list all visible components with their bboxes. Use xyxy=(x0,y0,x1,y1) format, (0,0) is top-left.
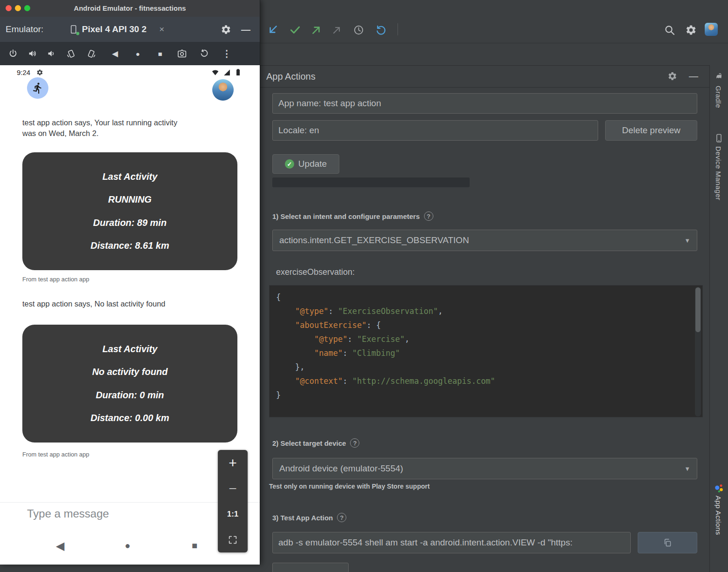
emulator-window: Android Emulator - fitnessactions Emulat… xyxy=(0,0,260,565)
zoom-overlay: + − 1:1 xyxy=(218,450,248,552)
assistant-message-1: test app action says, Your last running … xyxy=(22,117,222,139)
gradle-icon[interactable] xyxy=(713,71,724,82)
activity-card-running: Last Activity RUNNING Duration: 89 min D… xyxy=(22,152,237,270)
power-icon[interactable] xyxy=(7,48,19,60)
wifi-icon xyxy=(211,68,219,76)
history-icon[interactable] xyxy=(352,23,365,36)
status-time: 9:24 xyxy=(17,68,30,76)
activity-card-none: Last Activity No activity found Duration… xyxy=(22,325,237,443)
panel-minimize-icon[interactable]: — xyxy=(688,70,699,82)
zoom-out-button[interactable]: − xyxy=(218,476,248,501)
section-1-help-icon[interactable]: ? xyxy=(424,211,433,221)
locale-value: Locale: en xyxy=(278,125,319,136)
section-3-label: 3) Test App Action ? xyxy=(272,512,346,523)
emulator-label: Emulator: xyxy=(6,17,43,42)
device-manager-icon[interactable] xyxy=(713,132,724,143)
section-2-label: 2) Select target device ? xyxy=(272,437,359,449)
card-distance: Distance: 8.61 km xyxy=(22,240,237,251)
delete-preview-button[interactable]: Delete preview xyxy=(605,120,697,141)
intent-parameter-editor[interactable]: { "@type": "ExerciseObservation", "about… xyxy=(269,285,703,417)
nav-home-icon[interactable]: ● xyxy=(125,540,130,551)
emulator-tab-bar: Emulator: Pixel 4 API 30 2 × — xyxy=(0,17,260,42)
more-options-icon[interactable]: ⋮ xyxy=(221,48,233,60)
section-2-help-icon[interactable]: ? xyxy=(350,438,359,448)
volume-up-icon[interactable] xyxy=(27,48,39,60)
card-title: Last Activity xyxy=(22,344,237,354)
target-device-select[interactable]: Android device (emulator-5554) ▼ xyxy=(272,458,697,479)
card-duration: Duration: 0 min xyxy=(22,390,237,401)
tool-strip-app-actions[interactable]: App Actions xyxy=(715,496,722,535)
zoom-reset-button[interactable]: 1:1 xyxy=(218,501,248,527)
nav-overview-icon[interactable]: ■ xyxy=(192,540,197,551)
locale-field[interactable]: Locale: en xyxy=(272,120,598,141)
editor-scrollbar[interactable] xyxy=(695,287,701,416)
card-duration: Duration: 89 min xyxy=(22,218,237,228)
app-actions-assistant-icon[interactable] xyxy=(713,483,724,494)
update-project-icon[interactable] xyxy=(266,23,279,36)
section-1-label: 1) Select an intent and configure parame… xyxy=(272,211,433,222)
status-gear-icon xyxy=(35,68,44,76)
copy-icon xyxy=(662,538,673,548)
running-activity-icon xyxy=(27,77,48,99)
message-1-line-1: test app action says, Your last running … xyxy=(22,117,222,128)
device-value: Android device (emulator-5554) xyxy=(279,463,403,474)
signal-icon xyxy=(222,68,231,76)
emulator-controls: ◀ ● ■ ⋮ xyxy=(0,42,260,65)
app-name-value: App name: test app action xyxy=(278,98,381,109)
panel-title: App Actions xyxy=(266,66,316,87)
delete-preview-label: Delete preview xyxy=(622,125,681,136)
intent-value: actions.intent.GET_EXERCISE_OBSERVATION xyxy=(279,235,469,245)
card-distance: Distance: 0.00 km xyxy=(22,413,237,423)
emulator-minimize-icon[interactable]: — xyxy=(241,17,250,42)
copy-command-button[interactable] xyxy=(638,532,697,553)
rotate-left-icon[interactable] xyxy=(65,48,77,60)
nav-back-icon[interactable]: ◀ xyxy=(56,539,64,552)
adb-command-field[interactable]: adb -s emulator-5554 shell am start -a a… xyxy=(272,532,631,553)
zoom-in-button[interactable]: + xyxy=(218,450,248,476)
json-code: { "@type": "ExerciseObservation", "about… xyxy=(276,290,495,402)
tool-strip-device-manager[interactable]: Device Manager xyxy=(715,146,722,200)
emulator-titlebar: Android Emulator - fitnessactions xyxy=(0,0,260,17)
update-check-icon: ✓ xyxy=(285,159,294,169)
intent-select[interactable]: actions.intent.GET_EXERCISE_OBSERVATION … xyxy=(272,230,697,251)
panel-settings-gear-icon[interactable] xyxy=(667,70,678,82)
message-input[interactable] xyxy=(26,507,186,521)
search-icon[interactable] xyxy=(663,23,676,36)
update-button[interactable]: ✓ Update xyxy=(272,154,339,174)
run-check-icon[interactable] xyxy=(289,23,302,36)
settings-gear-icon[interactable] xyxy=(684,23,697,36)
attach-debugger-icon[interactable] xyxy=(330,23,344,36)
toolbar-separator xyxy=(398,23,398,35)
app-actions-panel-header: App Actions xyxy=(259,65,709,88)
snapshot-icon[interactable] xyxy=(198,48,210,60)
rerun-icon[interactable] xyxy=(374,23,387,36)
device-tab[interactable]: Pixel 4 API 30 2 xyxy=(82,17,147,42)
assistant-message-2: test app action says, No last activity f… xyxy=(22,299,222,309)
editor-scrollbar-thumb[interactable] xyxy=(695,287,701,332)
studio-main-toolbar xyxy=(259,0,728,43)
camera-icon[interactable] xyxy=(176,48,188,60)
compose-field[interactable] xyxy=(26,507,184,527)
card-status: No activity found xyxy=(22,367,237,377)
chevron-down-icon: ▼ xyxy=(684,237,690,244)
deploy-arrow-icon[interactable] xyxy=(310,23,323,36)
rotate-right-icon[interactable] xyxy=(86,48,98,60)
tool-strip-gradle[interactable]: Gradle xyxy=(715,86,722,108)
fit-to-window-button[interactable] xyxy=(218,527,248,552)
tab-close-icon[interactable]: × xyxy=(159,17,164,42)
screen: App Actions — App name: test app action … xyxy=(0,0,728,572)
section-3-help-icon[interactable]: ? xyxy=(337,513,346,522)
volume-down-icon[interactable] xyxy=(46,48,58,60)
from-app-label-2: From test app action app xyxy=(22,451,89,458)
device-hint: Test only on running device with Play St… xyxy=(269,483,430,490)
user-avatar[interactable] xyxy=(705,23,718,36)
home-button-icon[interactable]: ● xyxy=(132,48,144,60)
cutoff-control[interactable] xyxy=(272,563,349,572)
device-tab-icon xyxy=(68,24,79,35)
from-app-label-1: From test app action app xyxy=(22,276,89,283)
app-name-field[interactable]: App name: test app action xyxy=(272,93,697,114)
overview-button-icon[interactable]: ■ xyxy=(154,48,166,60)
back-button-icon[interactable]: ◀ xyxy=(109,48,121,60)
emulator-settings-gear-icon[interactable] xyxy=(220,23,232,35)
card-status: RUNNING xyxy=(22,194,237,205)
